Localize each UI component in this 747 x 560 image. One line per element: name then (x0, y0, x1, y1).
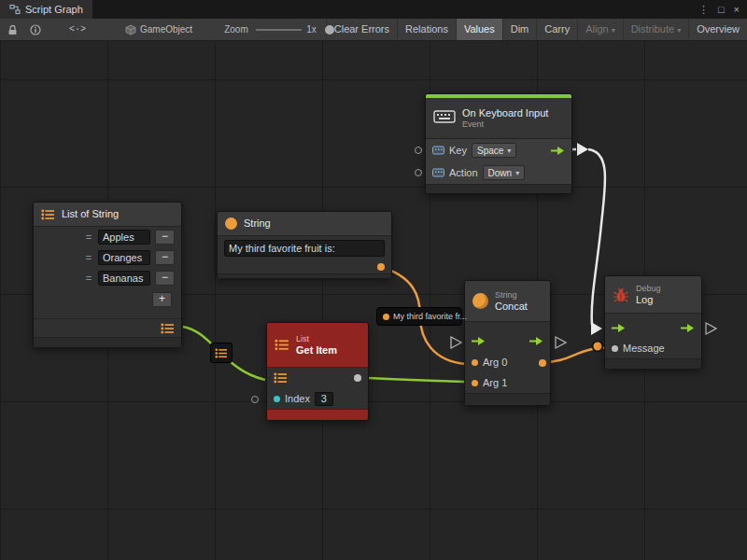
graph-toolbar: <·> GameObject Zoom 1x Clear Errors Rela… (0, 19, 747, 41)
list-icon (41, 209, 55, 220)
key-label: Key (449, 145, 467, 156)
wire-getitem-to-concat[interactable] (369, 378, 465, 382)
node-footer (465, 393, 550, 405)
inspect-code-icon[interactable]: <·> (69, 24, 86, 35)
tab-script-graph[interactable]: Script Graph (0, 0, 92, 19)
list-input-row (267, 368, 368, 388)
index-row: Index 3 (267, 388, 368, 409)
node-debug-log[interactable]: Debug Log Message (604, 275, 702, 369)
zoom-slider-knob[interactable] (325, 25, 334, 35)
values-button[interactable]: Values (456, 19, 502, 41)
node-get-item[interactable]: List Get Item Index 3 (266, 322, 369, 421)
chevron-down-icon: ▾ (677, 26, 681, 35)
list-output-port[interactable] (161, 323, 175, 334)
index-input-port[interactable] (274, 396, 280, 402)
node-string-literal[interactable]: String My third favorite fruit is: (217, 211, 392, 278)
add-item-row: + (34, 288, 181, 311)
control-output-port[interactable] (681, 323, 695, 333)
control-output-port[interactable] (551, 146, 565, 156)
action-input-port[interactable] (415, 169, 422, 176)
lock-icon[interactable] (7, 24, 18, 35)
relations-button[interactable]: Relations (397, 19, 456, 41)
message-input-port[interactable] (612, 345, 618, 352)
gameobject-selector[interactable]: GameObject (125, 24, 192, 35)
node-list-of-string[interactable]: List of String = Apples − = Oranges − = … (33, 202, 182, 347)
index-field[interactable]: 3 (315, 392, 333, 406)
distribute-button[interactable]: Distribute▾ (623, 19, 688, 41)
key-dropdown[interactable]: Space▾ (472, 143, 516, 158)
list-output-row (34, 318, 181, 337)
relation-triangle-concat-left (451, 337, 461, 348)
string-type-icon (472, 293, 488, 309)
zoom-slider[interactable] (256, 24, 302, 35)
close-icon[interactable]: × (734, 4, 740, 15)
menu-icon[interactable]: ⋮ (698, 4, 709, 16)
info-icon[interactable] (30, 24, 41, 35)
relation-triangle-log-right (706, 323, 716, 334)
remove-item-button[interactable]: − (155, 230, 175, 245)
clear-errors-button[interactable]: Clear Errors (326, 19, 397, 41)
item-field-2[interactable]: Bananas (98, 271, 150, 286)
wire-concat-to-log[interactable] (543, 347, 613, 362)
node-concat[interactable]: String Concat Arg 0 Arg 1 (464, 280, 551, 406)
node-header: String Concat (465, 281, 550, 322)
dim-button[interactable]: Dim (502, 19, 537, 41)
control-input-port[interactable] (612, 323, 626, 333)
bug-icon (613, 287, 629, 302)
item-output-port[interactable] (354, 374, 361, 382)
message-label: Message (623, 343, 665, 354)
string-type-icon (225, 217, 237, 230)
item-field-0[interactable]: Apples (98, 230, 150, 245)
zoom-value: 1x (306, 24, 317, 35)
key-port-icon (432, 146, 444, 155)
action-label: Action (449, 167, 478, 178)
action-dropdown[interactable]: Down▾ (483, 165, 526, 180)
add-item-button[interactable]: + (152, 292, 172, 307)
node-on-keyboard-input[interactable]: On Keyboard Input Event Key Space▾ Ac (425, 93, 572, 194)
node-header: String (218, 212, 391, 236)
overview-button[interactable]: Overview (688, 19, 747, 41)
string-output-port[interactable] (377, 263, 385, 271)
key-input-port[interactable] (415, 147, 422, 154)
control-output-port[interactable] (529, 336, 543, 346)
message-row: Message (605, 338, 701, 358)
node-title: On Keyboard Input (462, 107, 548, 119)
string-preview-text: My third favorite fr... (393, 312, 467, 321)
remove-item-button[interactable]: − (155, 271, 175, 286)
zoom-slider-track[interactable] (256, 29, 302, 31)
node-category: Debug (636, 284, 661, 294)
control-input-port[interactable] (472, 336, 486, 346)
index-unconnected-port[interactable] (251, 396, 259, 403)
list-input-port[interactable] (274, 372, 288, 384)
carry-button[interactable]: Carry (536, 19, 577, 41)
arg0-input-port[interactable] (472, 359, 478, 366)
arg1-input-port[interactable] (472, 380, 478, 386)
node-title: String (244, 217, 271, 230)
arg0-label: Arg 0 (483, 357, 507, 368)
value-dot-bubble (593, 342, 603, 352)
drag-handle[interactable]: = (84, 252, 93, 263)
align-button[interactable]: Align▾ (577, 19, 622, 41)
maximize-icon[interactable]: □ (718, 4, 725, 15)
node-footer (34, 337, 181, 347)
list-item-row: = Oranges − (34, 247, 181, 268)
concat-result-port[interactable] (539, 359, 546, 367)
node-header: List of String (34, 203, 181, 227)
control-row (605, 317, 701, 338)
script-graph-icon (9, 4, 21, 15)
drag-handle[interactable]: = (84, 231, 93, 243)
action-row: Action Down▾ (426, 161, 571, 184)
node-footer-error (267, 409, 368, 420)
window-controls: ⋮ □ × (698, 0, 747, 19)
remove-item-button[interactable]: − (155, 250, 175, 265)
node-footer (605, 358, 701, 369)
string-value-field[interactable]: My third favorite fruit is: (224, 240, 385, 257)
node-header: On Keyboard Input Event (426, 98, 571, 139)
item-field-1[interactable]: Oranges (98, 250, 150, 265)
list-item-row: = Apples − (34, 227, 181, 247)
drag-handle[interactable]: = (84, 273, 93, 284)
string-value-row: My third favorite fruit is: (218, 236, 391, 260)
graph-canvas[interactable]: On Keyboard Input Event Key Space▾ Ac (0, 41, 747, 560)
wire-control-keyboard-to-log[interactable] (588, 149, 605, 325)
node-header: Debug Log (605, 276, 701, 314)
